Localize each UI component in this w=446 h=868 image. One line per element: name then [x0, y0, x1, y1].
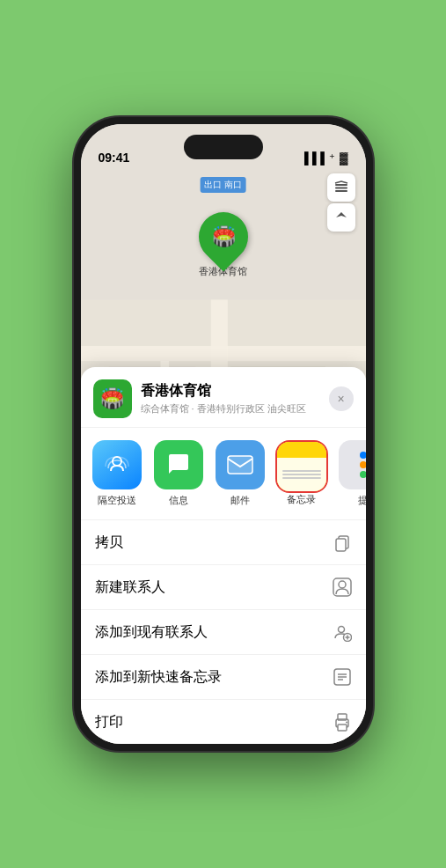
map-label: 出口 南口: [200, 177, 246, 193]
airdrop-icon: [92, 440, 142, 489]
add-to-notes-icon: [333, 667, 352, 687]
phone-screen: 09:41 ▐▐▐ ⁺ ▓: [81, 124, 366, 744]
notes-top-bar: [277, 442, 326, 458]
venue-icon: 🏟️: [93, 379, 132, 418]
venue-icon-emoji: 🏟️: [100, 387, 124, 410]
svg-rect-18: [228, 456, 252, 474]
print-icon: [333, 712, 352, 732]
status-time: 09:41: [99, 151, 130, 165]
map-controls: [327, 173, 355, 232]
print-label: 打印: [95, 713, 123, 732]
map-label-text: 南口: [224, 180, 242, 189]
dynamic-island: [184, 135, 263, 159]
svg-rect-15: [335, 188, 347, 189]
add-to-contact-icon: [333, 622, 352, 642]
messages-label: 信息: [169, 494, 188, 507]
close-button[interactable]: ×: [329, 386, 354, 411]
notes-label: 备忘录: [287, 493, 316, 506]
share-item-mail[interactable]: 邮件: [213, 440, 267, 507]
notes-content: [277, 458, 326, 491]
action-add-to-contact[interactable]: 添加到现有联系人: [81, 610, 366, 655]
svg-rect-16: [335, 190, 347, 192]
wifi-icon: ⁺: [329, 151, 335, 165]
copy-icon: [333, 533, 352, 552]
new-contact-label: 新建联系人: [95, 578, 165, 597]
bottom-sheet: 🏟️ 香港体育馆 综合体育馆 · 香港特别行政区 油尖旺区 ×: [81, 367, 366, 744]
svg-point-24: [338, 627, 344, 633]
notes-selected-border: [275, 440, 328, 493]
venue-subtitle: 综合体育馆 · 香港特别行政区 油尖旺区: [141, 402, 329, 416]
share-row: 隔空投送 信息: [81, 428, 366, 520]
new-contact-icon: [333, 577, 352, 597]
mail-icon: [216, 440, 265, 489]
share-item-notes[interactable]: 备忘录: [274, 440, 329, 507]
action-list: 拷贝 新建联系人 添加到现有联: [81, 520, 366, 744]
note-line-1: [282, 470, 321, 472]
more-icon: [339, 440, 366, 489]
airdrop-label: 隔空投送: [98, 494, 136, 507]
action-copy[interactable]: 拷贝: [81, 520, 366, 565]
map-label-prefix: 出口: [204, 180, 222, 189]
action-add-to-notes[interactable]: 添加到新快速备忘录: [81, 655, 366, 700]
location-pin: 🏟️ 香港体育馆: [199, 212, 248, 278]
location-button[interactable]: [327, 203, 355, 232]
phone-frame: 09:41 ▐▐▐ ⁺ ▓: [74, 117, 373, 751]
venue-name: 香港体育馆: [141, 382, 329, 401]
action-new-contact[interactable]: 新建联系人: [81, 565, 366, 610]
status-icons: ▐▐▐ ⁺ ▓: [300, 151, 347, 165]
note-line-3: [282, 477, 321, 479]
battery-icon: ▓: [340, 151, 347, 165]
copy-label: 拷贝: [95, 533, 123, 552]
share-item-airdrop[interactable]: 隔空投送: [90, 440, 144, 507]
action-print[interactable]: 打印: [81, 700, 366, 744]
share-item-messages[interactable]: 信息: [151, 440, 206, 507]
signal-icon: ▐▐▐: [300, 151, 325, 165]
messages-icon: [154, 440, 203, 489]
pin-icon: 🏟️: [211, 225, 235, 248]
note-line-2: [282, 474, 321, 475]
mail-label: 邮件: [230, 494, 250, 507]
share-item-more[interactable]: 提: [336, 440, 366, 507]
sheet-header: 🏟️ 香港体育馆 综合体育馆 · 香港特别行政区 油尖旺区 ×: [81, 367, 366, 428]
venue-info: 香港体育馆 综合体育馆 · 香港特别行政区 油尖旺区: [141, 382, 329, 416]
add-to-notes-label: 添加到新快速备忘录: [95, 668, 222, 687]
add-to-contact-label: 添加到现有联系人: [95, 623, 208, 642]
map-layers-button[interactable]: [327, 173, 355, 202]
svg-point-22: [339, 581, 346, 588]
notes-icon: [277, 442, 326, 491]
svg-rect-33: [338, 725, 347, 731]
svg-rect-21: [336, 539, 346, 551]
pin-circle: 🏟️: [188, 202, 258, 271]
svg-rect-14: [335, 184, 347, 186]
svg-point-35: [346, 722, 347, 724]
more-label: 提: [358, 494, 366, 507]
